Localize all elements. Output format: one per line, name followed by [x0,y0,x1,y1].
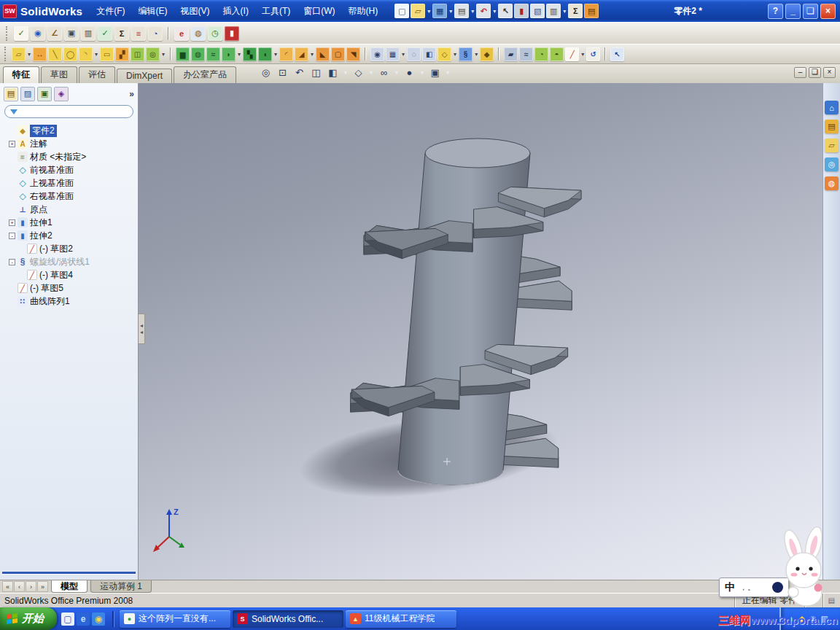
dropdown-caret-icon[interactable]: ▾ [274,51,277,58]
dropdown-caret-icon[interactable]: ▾ [563,8,566,15]
dimxpert-manager-icon[interactable]: ◈ [54,87,69,101]
tree-item[interactable]: ╱(-) 草图2 [1,242,136,255]
media-player-icon[interactable]: ◉ [92,612,105,626]
rectangle-icon[interactable]: ▭ [100,47,114,61]
toolbar-grip[interactable] [6,26,8,41]
circle-icon[interactable]: ◯ [63,47,77,61]
child-close-button[interactable]: × [823,67,836,78]
dropdown-caret-icon[interactable]: ▾ [238,51,241,58]
featuremanager-tree-icon[interactable]: ▤ [4,87,18,101]
hide-show-items-icon[interactable]: ∞ [378,67,390,78]
tree-item[interactable]: ≡材质 <未指定> [1,150,136,163]
command-tab[interactable]: 特征 [3,66,39,83]
section-properties-icon[interactable]: ▥ [81,26,96,41]
offset-entities-icon[interactable]: ◎ [146,47,160,61]
statistics-icon[interactable]: Σ [114,26,129,41]
fillet-icon[interactable]: ◜ [279,47,293,61]
view-palette-icon[interactable]: ◍ [825,176,839,190]
tree-expander[interactable]: - [9,259,15,265]
arc-icon[interactable]: ◝ [79,47,93,61]
previous-view-icon[interactable]: ↶ [293,67,306,78]
apply-scene-icon[interactable]: ▣ [429,67,441,78]
wrap-icon[interactable]: ◔ [534,47,548,61]
dropdown-caret-icon[interactable]: ▾ [402,51,405,58]
flex-icon[interactable]: ≈ [519,47,533,61]
zoom-to-area-icon[interactable]: ⊡ [276,67,289,78]
dropdown-caret-icon[interactable]: ▾ [370,69,373,76]
smart-dimension-icon[interactable]: ↔ [33,47,47,61]
menu-item[interactable]: 窗口(W) [297,2,341,20]
edit-sketch-icon[interactable]: ╱ [565,47,579,61]
dropdown-caret-icon[interactable]: ▾ [446,69,449,76]
display-style-icon[interactable]: ◇ [352,67,365,78]
help-button[interactable]: ? [768,4,783,19]
instant3d-icon[interactable]: ◆ [480,47,494,61]
search-icon[interactable]: ◎ [825,158,839,171]
dropdown-caret-icon[interactable]: ▾ [449,8,452,15]
document-tab[interactable]: 运动算例 1 [90,580,152,593]
undo-last-icon[interactable]: ↺ [586,47,600,61]
equations-icon[interactable]: ≡ [131,26,146,41]
linear-pattern-icon[interactable]: ▦ [386,47,400,61]
command-tab[interactable]: 评估 [79,66,115,83]
edrawings-publish-icon[interactable]: ▮ [225,26,239,41]
minimize-button[interactable]: _ [785,4,801,19]
menu-item[interactable]: 帮助(H) [342,2,385,20]
configuration-manager-icon[interactable]: ▣ [37,87,52,101]
chamfer-icon[interactable]: ◢ [295,47,308,61]
tree-item[interactable]: +▮拉伸1 [1,216,136,229]
options-icon[interactable]: ▥ [546,4,561,18]
doc-nav-button[interactable]: « [2,581,13,592]
photoworks-icon[interactable]: ◍ [191,26,206,41]
model-canvas[interactable]: Z [139,83,822,580]
mass-properties-icon[interactable]: ▣ [64,26,79,41]
tree-item[interactable]: -▮拉伸2 [1,229,136,242]
select-icon[interactable]: ↖ [498,4,513,18]
dropdown-caret-icon[interactable]: ▾ [475,51,478,58]
doc-nav-button[interactable]: » [37,581,48,592]
dropdown-caret-icon[interactable]: ▾ [395,69,398,76]
command-tab[interactable]: 办公室产品 [174,66,236,83]
panel-expand-chevron[interactable]: » [129,89,134,99]
filter-input[interactable] [21,106,128,117]
move-face-icon[interactable]: ▰ [504,47,518,61]
undo-icon[interactable]: ↶ [476,4,491,18]
new-document-icon[interactable]: ▢ [394,4,409,18]
edrawings-icon[interactable]: e [174,26,189,41]
tree-item[interactable]: ◇前视基准面 [1,163,136,176]
tree-item[interactable]: -§螺旋线/涡状线1 [1,255,136,268]
command-tab[interactable]: DimXpert [117,69,172,83]
menu-item[interactable]: 文件(F) [90,2,131,20]
dome-icon[interactable]: ◓ [550,47,564,61]
hyperlink-icon[interactable]: ◉ [31,26,45,41]
tree-item[interactable]: ∷曲线阵列1 [1,295,136,308]
menu-item[interactable]: 插入(I) [217,2,255,20]
panel-splitter-handle[interactable]: ◂◂ [139,314,145,344]
file-explorer-icon[interactable]: ▱ [825,139,839,152]
dropdown-caret-icon[interactable]: ▾ [421,69,424,76]
print-icon[interactable]: ▤ [454,4,469,18]
check-geometry-icon[interactable]: ✓ [98,26,112,41]
tree-expander[interactable]: - [9,233,15,239]
select-arrow-icon[interactable]: ↖ [610,47,624,61]
ime-language-indicator[interactable]: 中 [725,581,735,594]
tree-item[interactable]: ╱(-) 草图4 [1,268,136,281]
revolved-cut-icon[interactable]: ◖ [258,47,272,61]
view-orientation-icon[interactable]: ◧ [327,67,339,78]
dropdown-caret-icon[interactable]: ▾ [471,8,474,15]
doc-nav-button[interactable]: ‹ [14,581,25,592]
graphics-viewport[interactable]: Z ◂◂ [139,83,822,580]
convert-entities-icon[interactable]: ◫ [131,47,144,61]
child-restore-button[interactable]: ❏ [809,67,821,78]
internet-explorer-icon[interactable]: e [77,612,90,626]
task-solidworks-button[interactable]: SSolidWorks Offic... [233,610,343,628]
measure-icon[interactable]: ∠ [47,26,62,41]
sigma-icon[interactable]: Σ [568,4,583,18]
solidworks-resources-icon[interactable]: ⌂ [825,101,839,114]
dropdown-caret-icon[interactable]: ▾ [581,51,584,58]
deviation-analysis-icon[interactable]: ◔ [148,26,163,41]
hole-wizard-icon[interactable]: ◉ [370,47,384,61]
dropdown-caret-icon[interactable]: ▾ [162,51,165,58]
show-desktop-icon[interactable]: ▢ [61,612,74,626]
dropdown-caret-icon[interactable]: ▾ [427,8,430,15]
